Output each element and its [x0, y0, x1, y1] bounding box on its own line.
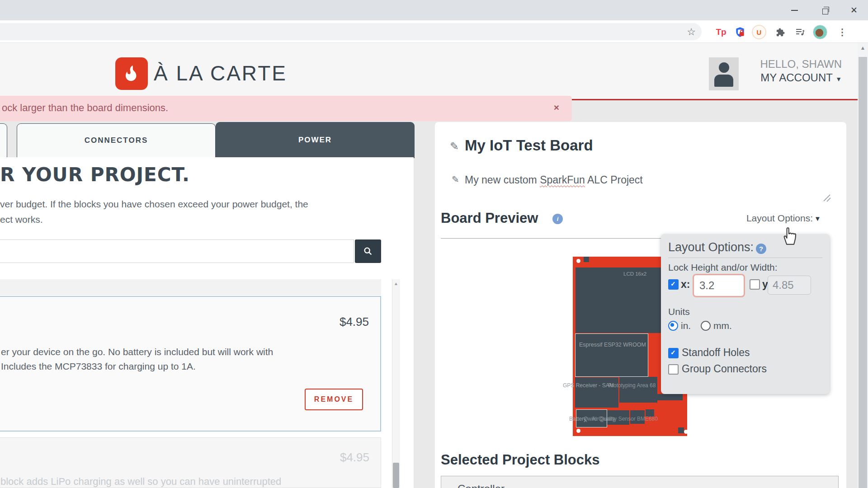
standoff-hole — [684, 430, 688, 434]
group-connectors-checkbox[interactable] — [668, 364, 679, 375]
remove-button[interactable]: REMOVE — [305, 389, 363, 410]
screen: ✕ ☆ Tp U ⋮ ▲ À LA CARTE — [0, 0, 868, 488]
tab-connectors[interactable]: CONNECTORS — [17, 123, 216, 157]
block-label-air: Air Quality Sensor BME680 — [592, 416, 658, 422]
tab-fragment[interactable] — [0, 123, 7, 157]
playlist-icon[interactable] — [792, 25, 808, 39]
standoff-holes-label: Standoff Holes — [682, 347, 750, 359]
card-description-line1: block adds LiPo charging as well so you … — [0, 476, 281, 488]
avatar-image — [813, 25, 827, 39]
card-description-line1: er your device on the go. No battery is … — [1, 347, 273, 357]
unit-in-label: in. — [681, 320, 691, 331]
search-button[interactable] — [355, 239, 381, 263]
tab-power[interactable]: POWER — [216, 122, 415, 158]
site-title[interactable]: À LA CARTE — [154, 61, 287, 85]
block-search-input[interactable] — [0, 239, 354, 263]
music-list-icon — [794, 27, 806, 38]
block-label-prototyping: Prototyping Area 68 — [608, 382, 656, 389]
chevron-down-icon: ▼ — [835, 75, 842, 83]
browser-menu-button[interactable]: ⋮ — [835, 25, 849, 39]
close-icon: ✕ — [850, 5, 858, 15]
group-connectors-label: Group Connectors — [682, 363, 767, 375]
extension-shield-icon[interactable] — [732, 25, 748, 39]
sparkfun-logo[interactable] — [115, 57, 148, 90]
lock-x-input[interactable] — [693, 274, 745, 297]
lock-y-checkbox[interactable] — [750, 279, 760, 290]
bookmark-star-icon[interactable]: ☆ — [684, 25, 699, 39]
info-icon[interactable]: i — [552, 214, 563, 224]
close-button[interactable]: ✕ — [844, 0, 864, 20]
puzzle-icon — [775, 27, 785, 38]
standoff-hole — [576, 429, 580, 433]
popup-title: Layout Options: — [668, 240, 754, 254]
x-label: x: — [681, 278, 690, 291]
browser-titlebar: ✕ — [0, 0, 868, 20]
preview-divider — [441, 238, 661, 239]
popup-divider — [668, 258, 822, 258]
list-scrollbar-thumb[interactable] — [393, 463, 399, 488]
panel-intro-line1: ver budget. If the blocks you have chose… — [0, 199, 308, 210]
my-account-menu[interactable]: MY ACCOUNT ▼ — [678, 71, 842, 84]
selected-blocks-panel: Controller — [441, 476, 839, 488]
help-icon[interactable]: ? — [756, 244, 766, 254]
restore-button[interactable] — [815, 1, 835, 22]
scroll-up-arrow[interactable]: ▲ — [858, 45, 868, 51]
list-scrollbar[interactable] — [392, 279, 400, 488]
card-description-line2: Includes the MCP73833 for charging up to… — [1, 361, 196, 372]
extension-u-icon[interactable]: U — [751, 25, 767, 39]
lock-label: Lock Height and/or Width: — [668, 262, 778, 273]
board-pad — [584, 257, 589, 262]
panel-intro-line2: ect works. — [0, 214, 43, 225]
lock-x-checkbox[interactable] — [668, 279, 679, 290]
extensions-puzzle-icon[interactable] — [772, 25, 788, 39]
greeting-text: HELLO, SHAWN — [678, 58, 842, 70]
standoff-holes-checkbox[interactable] — [668, 348, 679, 358]
unit-mm-radio[interactable] — [701, 321, 711, 331]
list-scroll-up-arrow[interactable]: ▲ — [392, 281, 400, 286]
block-label-esp32: Espressif ESP32 WROOM — [579, 342, 646, 348]
profile-avatar[interactable] — [812, 25, 828, 39]
block-card-lipo-charger[interactable]: $4.95 er your device on the go. No batte… — [0, 296, 381, 432]
price-label: $4.95 — [340, 450, 369, 465]
address-bar[interactable] — [0, 23, 702, 40]
price-label: $4.95 — [340, 315, 369, 329]
selected-block-category: Controller — [458, 483, 505, 488]
search-icon — [363, 246, 373, 256]
flame-icon — [122, 64, 142, 84]
alert-close-button[interactable]: × — [554, 102, 559, 113]
edit-title-icon[interactable]: ✎ — [450, 140, 459, 153]
lock-y-input[interactable] — [768, 276, 811, 295]
minimize-button[interactable] — [784, 0, 805, 20]
alert-banner: ock larger than the board dimensions. × — [0, 96, 572, 121]
caret-down-icon[interactable]: ▼ — [814, 215, 821, 222]
selected-blocks-heading: Selected Project Blocks — [441, 452, 600, 468]
board-subtitle[interactable]: My new custom SparkFun ALC Project — [465, 174, 643, 186]
block-label-lcd: LCD 16x2 — [623, 271, 646, 277]
layout-options-popup: Layout Options: ? Lock Height and/or Wid… — [661, 234, 830, 394]
kebab-menu-icon: ⋮ — [838, 27, 847, 38]
board-preview-heading: Board Preview — [441, 210, 538, 226]
shield-lock-icon — [734, 26, 746, 38]
board-title[interactable]: My IoT Test Board — [465, 137, 593, 154]
block-esp32[interactable] — [575, 333, 648, 377]
block-small-bar[interactable] — [657, 394, 683, 400]
list-item-partial — [0, 279, 381, 295]
board-pad — [678, 427, 684, 433]
edit-subtitle-icon[interactable]: ✎ — [452, 174, 459, 185]
cursor-hand-icon — [780, 225, 798, 248]
minimize-icon — [791, 10, 798, 11]
block-prototyping[interactable] — [619, 377, 657, 403]
unit-mm-label: mm. — [713, 320, 732, 331]
restore-icon — [822, 9, 828, 14]
spellcheck-word: SparkFun — [540, 174, 585, 186]
unit-in-radio[interactable] — [668, 321, 678, 331]
alert-message: ock larger than the board dimensions. — [2, 102, 168, 114]
block-card-disabled[interactable]: $4.95 block adds LiPo charging as well s… — [0, 437, 381, 488]
panel-heading: R YOUR PROJECT. — [0, 164, 190, 186]
resize-grip-icon[interactable] — [821, 192, 831, 204]
layout-options-trigger[interactable]: Layout Options: — [696, 213, 813, 224]
units-label: Units — [668, 306, 690, 317]
page-scrollbar-thumb[interactable] — [859, 57, 867, 488]
extension-tp-icon[interactable]: Tp — [713, 25, 729, 39]
standoff-hole — [576, 259, 580, 263]
